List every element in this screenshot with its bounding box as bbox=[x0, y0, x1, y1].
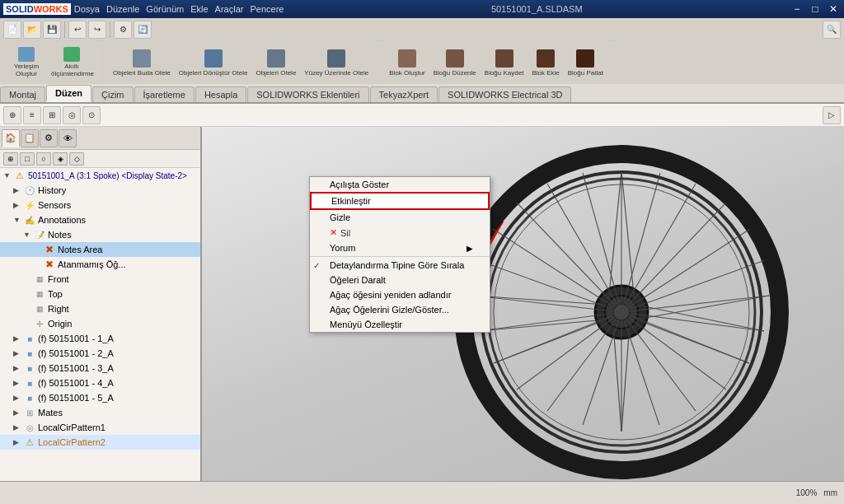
tree-item-notes[interactable]: ▼ 📝 Notes bbox=[0, 227, 200, 242]
tree-item-atanmamis[interactable]: ✖ Atanmamış Öğ... bbox=[0, 257, 200, 272]
tree-item-part3[interactable]: ▶ ■ (f) 50151001 - 3_A bbox=[0, 361, 200, 376]
ctx-sil[interactable]: ✕ Sil bbox=[310, 225, 490, 240]
tree-tab-property[interactable]: 📋 bbox=[21, 129, 39, 147]
tree-item-sensors[interactable]: ▶ ⚡ Sensors bbox=[0, 198, 200, 212]
ctx-separator bbox=[310, 256, 490, 257]
toolbar-btn-save[interactable]: 💾 bbox=[43, 21, 61, 39]
toolbar-objeleri-buda[interactable]: Objeleri Buda Otele bbox=[110, 45, 174, 80]
svg-line-31 bbox=[547, 184, 621, 312]
menu-duzenle[interactable]: Düzenle bbox=[106, 4, 139, 14]
tab-sw-eklentileri[interactable]: SOLIDWORKS Eklentileri bbox=[247, 86, 368, 102]
filter-btn-4[interactable]: ◈ bbox=[53, 152, 68, 166]
filter-btn-5[interactable]: ◇ bbox=[69, 152, 84, 166]
toolbar-yerlesim[interactable]: Yerleşim Oluştur bbox=[7, 45, 46, 80]
tree-item-right[interactable]: ▦ Right bbox=[0, 301, 200, 316]
tree-item-pattern1[interactable]: ▶ ◎ LocalCirPattern1 bbox=[0, 420, 200, 435]
toolbar-blok-ekle[interactable]: Blok Ekle bbox=[528, 45, 562, 80]
sec-btn-expand[interactable]: ▷ bbox=[823, 106, 841, 124]
feature-tree: 🏠 📋 ⚙ 👁 ⊕ □ ○ ◈ ◇ ▼ ⚠ 50151001_A (3:1 Sp… bbox=[0, 127, 202, 481]
toolbar-btn-undo[interactable]: ↩ bbox=[68, 21, 87, 39]
toolbar-blok-olustur[interactable]: Blok Oluştur bbox=[386, 45, 429, 80]
tree-item-part2[interactable]: ▶ ■ (f) 50151001 - 2_A bbox=[0, 346, 200, 361]
svg-line-42 bbox=[613, 324, 621, 432]
tree-item-front[interactable]: ▦ Front bbox=[0, 272, 200, 287]
filter-btn-all[interactable]: ⊕ bbox=[3, 152, 18, 166]
tab-duzen[interactable]: Düzen bbox=[46, 85, 91, 102]
menu-gorunum[interactable]: Görünüm bbox=[146, 4, 184, 14]
tab-hesapla[interactable]: Hesapla bbox=[195, 86, 246, 102]
ctx-yorum[interactable]: Yorum ▶ bbox=[310, 240, 490, 255]
ctx-aclista-goster[interactable]: Açılışta Göster bbox=[310, 177, 490, 192]
tree-item-annotations[interactable]: ▼ ✍ Annotations bbox=[0, 212, 200, 227]
toolbar-btn-open[interactable]: 📂 bbox=[23, 21, 41, 39]
tree-item-origin[interactable]: ✛ Origin bbox=[0, 316, 200, 331]
tree-item-part4[interactable]: ▶ ■ (f) 50151001 - 4_A bbox=[0, 376, 200, 390]
ctx-menu-ozellestir[interactable]: Menüyü Özelleştir bbox=[310, 317, 490, 332]
toolbar-yuzey[interactable]: Yüzey Üzerinde Otele bbox=[301, 45, 372, 80]
ctx-ogeleri-daralt[interactable]: Öğeleri Daralt bbox=[310, 273, 490, 287]
tree-item-mates[interactable]: ▶ ⊞ Mates bbox=[0, 405, 200, 420]
toolbar-btn-options[interactable]: ⚙ bbox=[114, 21, 132, 39]
titlebar-left: SOLIDWORKS Dosya Düzenle Görünüm Ekle Ar… bbox=[3, 3, 284, 15]
filter-btn-2[interactable]: □ bbox=[20, 152, 35, 166]
sec-btn-2[interactable]: ≡ bbox=[23, 106, 41, 124]
ctx-detaylandir[interactable]: ✓ Detaylandırma Tipine Göre Sırala bbox=[310, 258, 490, 273]
tree-item-part5[interactable]: ▶ ■ (f) 50151001 - 5_A bbox=[0, 390, 200, 405]
tree-tab-feature[interactable]: 🏠 bbox=[2, 129, 20, 147]
toolbar-donustur[interactable]: Objeleri Dönüştür Otele bbox=[176, 45, 251, 80]
secondary-toolbar: ⊕ ≡ ⊞ ◎ ⊙ ▷ bbox=[0, 104, 844, 127]
menu-dosya[interactable]: Dosya bbox=[74, 4, 100, 14]
menu-ekle[interactable]: Ekle bbox=[190, 4, 208, 14]
toolbar-akilli[interactable]: Akıllı ölçümlendirme bbox=[48, 45, 96, 80]
toolbar-btn-new[interactable]: 📄 bbox=[3, 21, 21, 39]
toolbar-row2: Yerleşim Oluştur Akıllı ölçümlendirme Ob… bbox=[0, 41, 844, 84]
tree-item-top[interactable]: ▦ Top bbox=[0, 287, 200, 301]
tab-sw-electrical[interactable]: SOLIDWORKS Electrical 3D bbox=[438, 86, 571, 102]
filter-bar: ⊕ □ ○ ◈ ◇ bbox=[0, 150, 200, 168]
tree-tab-config[interactable]: ⚙ bbox=[40, 129, 58, 147]
tree-item-pattern2[interactable]: ▶ ⚠ LocalCirPattern2 bbox=[0, 435, 200, 450]
tabbar: Montaj Düzen Çizim İşaretleme Hesapla SO… bbox=[0, 84, 844, 104]
menu-araclar[interactable]: Araçlar bbox=[215, 4, 244, 14]
tree-tabs: 🏠 📋 ⚙ 👁 bbox=[0, 127, 200, 150]
ctx-etkinlestir[interactable]: Etkinleştir bbox=[310, 192, 490, 210]
titlebar-controls: − □ ✕ bbox=[790, 2, 841, 16]
maximize-button[interactable]: □ bbox=[808, 2, 823, 16]
viewport[interactable]: Açılışta Göster Etkinleştir Gizle ✕ Sil … bbox=[202, 127, 844, 481]
ctx-gizle[interactable]: Gizle bbox=[310, 210, 490, 225]
tree-item-notes-area[interactable]: ✖ Notes Area bbox=[0, 242, 200, 257]
sec-btn-4[interactable]: ◎ bbox=[63, 106, 81, 124]
filter-btn-3[interactable]: ○ bbox=[36, 152, 51, 166]
titlebar-menus: Dosya Düzenle Görünüm Ekle Araçlar Pence… bbox=[74, 4, 284, 14]
tab-tekyazxpert[interactable]: TekyazXpert bbox=[370, 86, 438, 102]
toolbar-btn-rebuild[interactable]: 🔄 bbox=[134, 21, 152, 39]
toolbar-objeleri-otele[interactable]: Objeleri Otele bbox=[252, 45, 299, 80]
toolbar-row1: 📄 📂 💾 ↩ ↪ ⚙ 🔄 🔍 bbox=[0, 18, 844, 41]
main-area: 🏠 📋 ⚙ 👁 ⊕ □ ○ ◈ ◇ ▼ ⚠ 50151001_A (3:1 Sp… bbox=[0, 127, 844, 481]
toolbar-btn-redo[interactable]: ↪ bbox=[88, 21, 106, 39]
toolbar-blogu-duzenle[interactable]: Bloğu Düzenle bbox=[430, 45, 480, 80]
toolbar-group-right: Blok Oluştur Bloğu Düzenle Bloğu Kaydet … bbox=[386, 44, 614, 82]
ctx-agac-gizle[interactable]: Ağaç Öğelerini Gizle/Göster... bbox=[310, 302, 490, 317]
sec-btn-3[interactable]: ⊞ bbox=[43, 106, 61, 124]
toolbar-blogu-patlat[interactable]: Bloğu Patlat bbox=[565, 45, 607, 80]
solidworks-logo: SOLIDWORKS bbox=[3, 3, 71, 15]
tab-montaj[interactable]: Montaj bbox=[0, 86, 45, 102]
svg-line-11 bbox=[621, 184, 696, 312]
close-button[interactable]: ✕ bbox=[826, 2, 841, 16]
sec-btn-1[interactable]: ⊕ bbox=[3, 106, 21, 124]
toolbar-group-layout: Yerleşim Oluştur Akıllı ölçümlendirme bbox=[7, 44, 103, 82]
minimize-button[interactable]: − bbox=[790, 2, 804, 16]
menu-pencere[interactable]: Pencere bbox=[250, 4, 284, 14]
toolbar-blogu-kaydet[interactable]: Bloğu Kaydet bbox=[481, 45, 528, 80]
tree-tab-display[interactable]: 👁 bbox=[59, 129, 77, 147]
ctx-agac-adlandir[interactable]: Ağaç öğesini yeniden adlandır bbox=[310, 287, 490, 302]
tab-isaretleme[interactable]: İşaretleme bbox=[134, 86, 195, 102]
sec-btn-5[interactable]: ⊙ bbox=[82, 106, 101, 124]
status-units: mm bbox=[823, 488, 837, 497]
tree-root[interactable]: ▼ ⚠ 50151001_A (3:1 Spoke) <Display Stat… bbox=[0, 168, 200, 183]
tree-item-part1[interactable]: ▶ ■ (f) 50151001 - 1_A bbox=[0, 331, 200, 346]
tree-item-history[interactable]: ▶ 🕐 History bbox=[0, 183, 200, 198]
toolbar-btn-search[interactable]: 🔍 bbox=[823, 21, 841, 39]
tab-cizim[interactable]: Çizim bbox=[92, 86, 134, 102]
